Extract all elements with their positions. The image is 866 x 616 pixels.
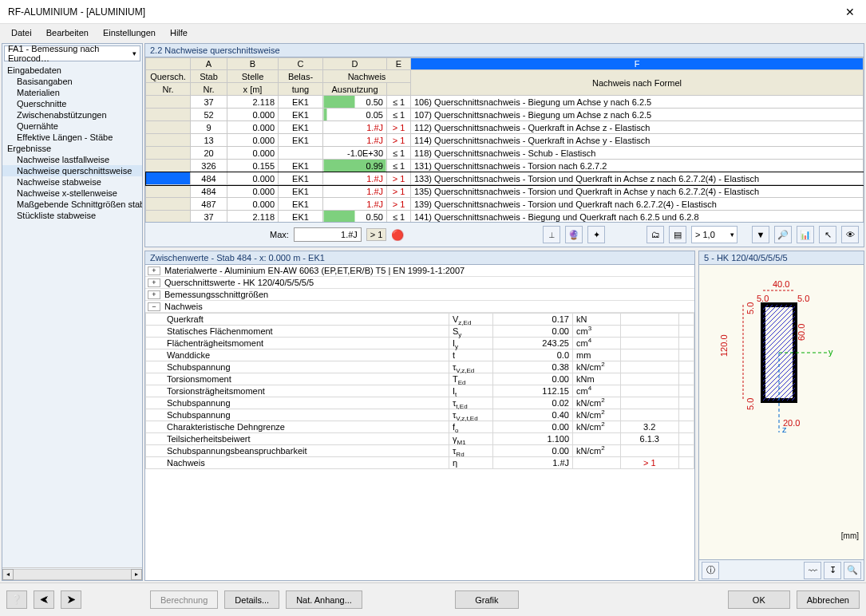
section-header: 2.2 Nachweise querschnittsweise bbox=[144, 43, 864, 57]
max-compare: > 1 bbox=[366, 228, 387, 241]
tree-item[interactable]: Nachweise stabweise bbox=[2, 176, 142, 188]
table-row[interactable]: 200.000-1.0E+30≤ 1118) Querschnittsnachw… bbox=[146, 147, 864, 160]
tree-item[interactable]: Querschnitte bbox=[2, 98, 142, 109]
tool-excel-icon[interactable]: 📊 bbox=[797, 226, 814, 243]
expand-icon[interactable]: + bbox=[148, 290, 160, 299]
help-icon[interactable]: ❔ bbox=[6, 590, 27, 609]
property-row: TeilsicherheitsbeiwertγM11.1006.1.3 bbox=[146, 433, 694, 445]
results-grid[interactable]: ABCDEFQuersch.StabStelleBelas-NachweisNa… bbox=[144, 57, 864, 223]
menu-hilfe[interactable]: Hilfe bbox=[164, 26, 194, 40]
svg-text:120.0: 120.0 bbox=[719, 334, 729, 357]
tree-item[interactable]: Maßgebende Schnittgrößen stabweise bbox=[2, 199, 142, 210]
svg-text:60.0: 60.0 bbox=[797, 324, 806, 341]
svg-text:y: y bbox=[828, 347, 833, 357]
cross-section-drawing: 120.0 40.0 5.0 5.0 5.0 60.0 5.0 20.0 y bbox=[707, 273, 857, 496]
tool-globe-icon[interactable]: 🔮 bbox=[565, 226, 583, 243]
zoom-icon[interactable]: 🔍 bbox=[844, 562, 861, 579]
collapse-icon[interactable]: − bbox=[148, 302, 160, 311]
table-row[interactable]: 130.000EK11.#J> 1114) Querschnittsnachwe… bbox=[146, 134, 864, 147]
info-icon[interactable]: ⓘ bbox=[702, 562, 719, 579]
detail-header: Zwischenwerte - Stab 484 - x: 0.000 m - … bbox=[144, 251, 695, 265]
property-row: Statisches FlächenmomentSy0.00cm3 bbox=[146, 326, 694, 338]
table-row[interactable]: 90.000EK11.#J> 1112) Querschnittsnachwei… bbox=[146, 121, 864, 134]
table-row[interactable]: 3260.155EK10.99≤ 1131) Querschnittsnachw… bbox=[146, 160, 864, 172]
nav-tree: Eingabedaten BasisangabenMaterialienQuer… bbox=[2, 63, 142, 567]
property-row: Wanddicket0.0mm bbox=[146, 349, 694, 361]
menu-einstellungen[interactable]: Einstellungen bbox=[97, 26, 162, 40]
cross-section-title: 5 - HK 120/40/5/5/5/5 bbox=[698, 251, 864, 265]
prev-icon[interactable]: ⮜ bbox=[34, 590, 54, 609]
values-icon[interactable]: ↧ bbox=[824, 562, 841, 579]
stress-icon[interactable]: 〰 bbox=[804, 562, 821, 579]
tool-select-icon[interactable]: 🔎 bbox=[774, 226, 792, 243]
property-row: SchubspannungsbeanspruchbarkeitτRd0.00kN… bbox=[146, 445, 694, 457]
cross-section-view[interactable]: 120.0 40.0 5.0 5.0 5.0 60.0 5.0 20.0 y bbox=[698, 265, 864, 560]
close-icon[interactable]: ✕ bbox=[842, 6, 858, 18]
tool-axes-icon[interactable]: ✦ bbox=[587, 226, 605, 243]
tree-item[interactable]: Nachweise lastfallweise bbox=[2, 154, 142, 165]
property-row: Nachweisη1.#J> 1 bbox=[146, 457, 694, 469]
menu-datei[interactable]: Datei bbox=[5, 26, 38, 40]
tool-eye-icon[interactable]: 👁 bbox=[841, 226, 859, 243]
calc-button[interactable]: Berechnung bbox=[150, 590, 218, 609]
expand-icon[interactable]: + bbox=[148, 278, 160, 287]
table-row[interactable]: 372.118EK10.50≤ 1141) Querschnittsnachwe… bbox=[146, 211, 864, 223]
detail-body[interactable]: +Materialwerte - Aluminium EN-AW 6063 (E… bbox=[144, 265, 695, 581]
property-row: SchubspannungτV,z,Ed0.38kN/cm2 bbox=[146, 361, 694, 373]
tree-ergebnisse[interactable]: Ergebnisse bbox=[2, 143, 142, 154]
max-value-input[interactable] bbox=[294, 227, 362, 242]
next-icon[interactable]: ⮞ bbox=[61, 590, 81, 609]
table-row[interactable]: 4840.000EK11.#J> 1133) Querschnittsnachw… bbox=[146, 172, 864, 185]
tool-dim-icon[interactable]: ⟂ bbox=[543, 226, 560, 243]
ratio-filter-select[interactable]: > 1,0 bbox=[691, 226, 737, 243]
tree-eingabedaten[interactable]: Eingabedaten bbox=[2, 65, 142, 76]
tree-item[interactable]: Zwischenabstützungen bbox=[2, 109, 142, 120]
case-dropdown[interactable]: FA1 - Bemessung nach Eurocod… bbox=[4, 45, 140, 61]
details-button[interactable]: Details... bbox=[224, 590, 279, 609]
tree-scrollbar[interactable]: ◂▸ bbox=[2, 567, 142, 580]
detail-line: Nachweis bbox=[163, 302, 694, 311]
max-toolbar: Max: > 1 🔴 ⟂ 🔮 ✦ 🗂 ▤ > 1,0 ▼ 🔎 📊 ↖ 👁 bbox=[144, 223, 864, 247]
status-fail-icon: 🔴 bbox=[391, 229, 404, 241]
tree-item[interactable]: Materialien bbox=[2, 87, 142, 98]
tool-palette-icon[interactable]: 🗂 bbox=[647, 226, 664, 243]
titlebar: RF-ALUMINIUM - [ALUMINIUM] ✕ bbox=[0, 0, 866, 24]
window-title: RF-ALUMINIUM - [ALUMINIUM] bbox=[8, 6, 842, 18]
property-row: QuerkraftVz,Ed0.17kN bbox=[146, 314, 694, 326]
tool-filter-icon[interactable]: ▼ bbox=[752, 226, 769, 243]
cross-section-toolbar: ⓘ 〰 ↧ 🔍 bbox=[698, 560, 864, 581]
nat-anhang-button[interactable]: Nat. Anhang... bbox=[286, 590, 362, 609]
property-row: FlächenträgheitsmomentIy243.25cm4 bbox=[146, 338, 694, 349]
property-row: TorsionsträgheitsmomentIt112.15cm4 bbox=[146, 385, 694, 397]
ok-button[interactable]: OK bbox=[728, 590, 790, 609]
detail-line: Querschnittswerte - HK 120/40/5/5/5/5 bbox=[163, 278, 694, 287]
tree-item[interactable]: Quernähte bbox=[2, 120, 142, 132]
table-row[interactable]: 4870.000EK11.#J> 1139) Querschnittsnachw… bbox=[146, 198, 864, 211]
tool-pick-icon[interactable]: ↖ bbox=[819, 226, 836, 243]
table-row[interactable]: 372.118EK10.50≤ 1106) Querschnittsnachwe… bbox=[146, 96, 864, 109]
navigation-pane: FA1 - Bemessung nach Eurocod… Eingabedat… bbox=[2, 43, 143, 581]
tree-item[interactable]: Nachweise querschnittsweise bbox=[2, 165, 142, 176]
tree-item[interactable]: Nachweise x-stellenweise bbox=[2, 188, 142, 199]
detail-line: Bemessungsschnittgrößen bbox=[163, 290, 694, 299]
svg-text:5.0: 5.0 bbox=[757, 294, 769, 303]
expand-icon[interactable]: + bbox=[148, 267, 160, 275]
table-row[interactable]: 4840.000EK11.#J> 1135) Querschnittsnachw… bbox=[146, 185, 864, 198]
svg-text:5.0: 5.0 bbox=[797, 294, 809, 303]
grafik-button[interactable]: Grafik bbox=[455, 590, 519, 609]
unit-label: [mm] bbox=[841, 531, 859, 540]
tool-columns-icon[interactable]: ▤ bbox=[669, 226, 686, 243]
svg-text:40.0: 40.0 bbox=[773, 279, 789, 289]
max-label: Max: bbox=[270, 230, 289, 239]
svg-text:5.0: 5.0 bbox=[745, 398, 755, 410]
tree-item[interactable]: Basisangaben bbox=[2, 76, 142, 87]
svg-text:5.0: 5.0 bbox=[745, 302, 755, 314]
tree-item[interactable]: Effektive Längen - Stäbe bbox=[2, 132, 142, 143]
tree-item[interactable]: Stückliste stabweise bbox=[2, 210, 142, 221]
menu-bearbeiten[interactable]: Bearbeiten bbox=[40, 26, 95, 40]
table-row[interactable]: 520.000EK10.05≤ 1107) Querschnittsnachwe… bbox=[146, 109, 864, 121]
svg-text:z: z bbox=[782, 424, 787, 434]
cancel-button[interactable]: Abbrechen bbox=[797, 590, 860, 609]
property-row: SchubspannungτV,z,t,Ed0.40kN/cm2 bbox=[146, 409, 694, 421]
property-row: Charakteristische Dehngrenzefo0.00kN/cm2… bbox=[146, 421, 694, 433]
